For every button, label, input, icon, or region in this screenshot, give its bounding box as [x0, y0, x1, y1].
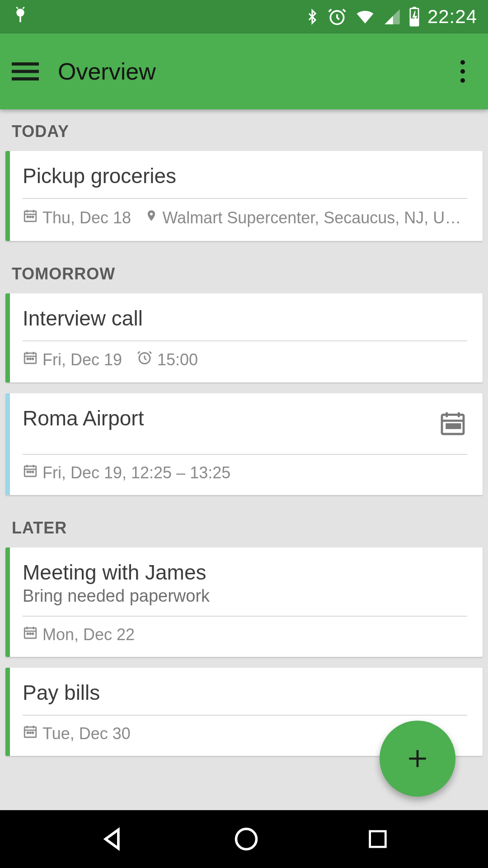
location-icon: [145, 207, 158, 228]
calendar-event-icon: [438, 409, 467, 439]
task-title: Roma Airport: [23, 406, 467, 430]
svg-point-31: [32, 471, 33, 472]
plus-icon: [405, 746, 430, 771]
svg-rect-9: [12, 70, 39, 73]
svg-point-38: [30, 732, 31, 733]
task-title: Interview call: [23, 306, 467, 330]
section-tomorrow-header: TOMORROW: [0, 252, 488, 293]
task-title: Meeting with James: [23, 560, 467, 585]
status-bar: 22:24: [0, 0, 488, 33]
svg-point-13: [460, 78, 465, 83]
svg-rect-8: [12, 62, 39, 66]
menu-button[interactable]: [12, 58, 39, 85]
task-date: Thu, Dec 18: [42, 208, 131, 227]
svg-rect-10: [12, 77, 39, 80]
task-date: Tue, Dec 30: [42, 724, 131, 743]
back-triangle-icon: [99, 825, 127, 853]
svg-line-3: [23, 7, 24, 9]
svg-point-15: [27, 216, 28, 217]
svg-rect-7: [411, 19, 418, 26]
section-today-header: TODAY: [0, 109, 488, 151]
alarm-icon: [327, 7, 347, 27]
svg-point-22: [32, 358, 33, 359]
svg-point-11: [460, 60, 465, 65]
svg-point-16: [30, 216, 31, 217]
overflow-menu-button[interactable]: [449, 58, 476, 85]
calendar-icon: [23, 350, 38, 369]
cell-signal-icon: [383, 8, 401, 26]
task-card[interactable]: Meeting with James Bring needed paperwor…: [5, 547, 483, 657]
svg-rect-1: [19, 16, 21, 22]
task-title: Pay bills: [23, 680, 467, 705]
hamburger-icon: [12, 62, 39, 80]
calendar-icon: [23, 625, 38, 644]
task-location: Walmart Supercenter, Secaucus, NJ, Unite…: [162, 208, 467, 227]
task-date: Fri, Dec 19: [42, 350, 122, 369]
circle-icon: [233, 826, 260, 853]
android-debug-icon: [11, 6, 30, 27]
clock-icon: [136, 349, 153, 370]
task-list[interactable]: TODAY Pickup groceries Thu, Dec 18 Walma…: [0, 109, 488, 810]
svg-point-37: [27, 732, 28, 733]
wifi-icon: [354, 8, 376, 26]
square-icon: [366, 827, 389, 851]
task-time: 15:00: [157, 350, 198, 369]
app-bar: Overview: [0, 33, 488, 109]
battery-charging-icon: [408, 7, 420, 27]
svg-point-17: [32, 216, 33, 217]
svg-point-40: [236, 829, 256, 849]
home-button[interactable]: [233, 826, 260, 853]
page-title: Overview: [58, 58, 449, 85]
section-later-header: LATER: [0, 506, 488, 547]
svg-rect-27: [456, 425, 460, 428]
task-card[interactable]: Roma Airport Fri, Dec 19, 12:25 – 13:25: [5, 393, 483, 495]
calendar-icon: [23, 724, 38, 743]
task-subtitle: Bring needed paperwork: [23, 586, 467, 606]
bluetooth-icon: [305, 7, 320, 27]
svg-point-39: [32, 732, 33, 733]
status-time: 22:24: [427, 6, 477, 28]
svg-point-33: [27, 633, 28, 634]
recents-button[interactable]: [366, 827, 389, 851]
calendar-icon: [23, 463, 38, 482]
task-card[interactable]: Pickup groceries Thu, Dec 18 Walmart Sup…: [5, 151, 483, 241]
svg-point-30: [30, 471, 31, 472]
svg-point-35: [32, 633, 33, 634]
task-card[interactable]: Interview call Fri, Dec 19 15:00: [5, 293, 483, 382]
svg-rect-26: [451, 425, 455, 428]
task-date-range: Fri, Dec 19, 12:25 – 13:25: [42, 463, 230, 482]
kebab-icon: [460, 60, 465, 83]
svg-point-0: [16, 9, 24, 17]
svg-point-29: [27, 471, 28, 472]
svg-rect-41: [370, 831, 386, 847]
svg-rect-25: [447, 425, 450, 428]
calendar-icon: [23, 208, 38, 227]
svg-point-20: [27, 358, 28, 359]
svg-line-2: [16, 7, 18, 9]
svg-point-21: [30, 358, 31, 359]
task-date: Mon, Dec 22: [42, 625, 135, 644]
back-button[interactable]: [99, 825, 127, 853]
svg-point-12: [460, 69, 465, 74]
svg-point-18: [150, 213, 153, 216]
add-task-fab[interactable]: [380, 721, 455, 797]
svg-rect-6: [413, 7, 416, 9]
task-title: Pickup groceries: [23, 164, 467, 188]
svg-point-34: [30, 633, 31, 634]
navigation-bar: [0, 810, 488, 868]
